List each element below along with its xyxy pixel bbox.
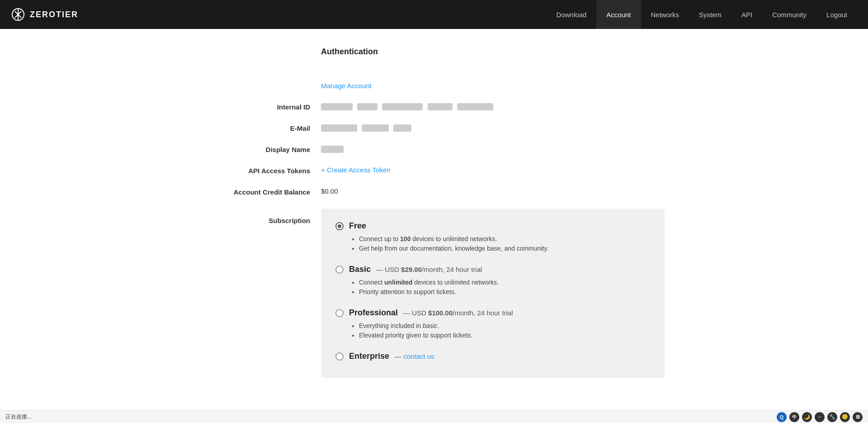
nav-link-download[interactable]: Download — [547, 0, 597, 29]
nav-links: Download Account Networks System API Com… — [547, 0, 857, 29]
subscription-professional-bullet-1: Everything included in basic. — [359, 322, 650, 329]
logo-icon — [11, 7, 25, 22]
subscription-option-free: Free Connect up to 100 devices to unlimi… — [335, 221, 650, 252]
logo: ZEROTIER — [11, 7, 547, 22]
email-blurred-2 — [362, 124, 389, 132]
subscription-professional-price: — USD $100.00/month, 24 hour trial — [403, 309, 513, 317]
internal-id-blurred-3 — [382, 103, 423, 110]
credit-balance-value: $0.00 — [321, 187, 665, 195]
nav-link-networks[interactable]: Networks — [641, 0, 689, 29]
logo-text: ZEROTIER — [30, 10, 78, 19]
subscription-free-radio[interactable] — [335, 222, 344, 230]
subscription-basic-bullet-2: Priority attention to support tickets. — [359, 288, 650, 295]
subscription-free-bullet-2: Get help from our documentation, knowled… — [359, 245, 650, 252]
internal-id-blurred-1 — [321, 103, 353, 110]
email-blurred-1 — [321, 124, 357, 132]
nav-link-api[interactable]: API — [731, 0, 762, 29]
internal-id-row: Internal ID — [203, 102, 665, 111]
display-name-blurred — [321, 146, 344, 153]
subscription-professional-radio[interactable] — [335, 309, 344, 317]
navbar: ZEROTIER Download Account Networks Syste… — [0, 0, 868, 29]
subscription-enterprise-radio[interactable] — [335, 352, 344, 361]
section-title: Authentication — [321, 47, 665, 69]
subscription-basic-radio[interactable] — [335, 266, 344, 274]
api-tokens-value: + Create Access Token — [321, 166, 665, 174]
email-value — [321, 124, 665, 132]
auth-section: Authentication Manage Account Internal I… — [185, 47, 683, 378]
subscription-professional-name: Professional — [349, 308, 398, 318]
main-content: Authentication Manage Account Internal I… — [0, 29, 868, 409]
create-access-token-link[interactable]: + Create Access Token — [321, 166, 391, 174]
subscription-option-professional: Professional — USD $100.00/month, 24 hou… — [335, 308, 650, 339]
subscription-basic-header: Basic — USD $29.00/month, 24 hour trial — [335, 265, 650, 274]
subscription-basic-name: Basic — [349, 265, 371, 274]
subscription-option-enterprise: Enterprise — contact us — [335, 352, 650, 361]
subscription-free-bullet-1: Connect up to 100 devices to unlimited n… — [359, 235, 650, 242]
subscription-professional-bullets: Everything included in basic. Elevated p… — [335, 322, 650, 339]
section-title-spacer — [203, 47, 321, 48]
subscription-option-basic: Basic — USD $29.00/month, 24 hour trial … — [335, 265, 650, 295]
subscription-value: Free Connect up to 100 devices to unlimi… — [321, 209, 665, 378]
email-blurred-3 — [393, 124, 411, 132]
subscription-professional-bullet-2: Elevated priority given to support ticke… — [359, 332, 650, 339]
subscription-basic-bullet-1: Connect unlimited devices to unlimited n… — [359, 279, 650, 286]
subscription-enterprise-name: Enterprise — [349, 352, 389, 361]
credit-balance-label: Account Credit Balance — [203, 187, 321, 196]
subscription-free-bullets: Connect up to 100 devices to unlimited n… — [335, 235, 650, 252]
email-row: E-Mail — [203, 124, 665, 132]
subscription-free-header: Free — [335, 221, 650, 231]
email-label: E-Mail — [203, 124, 321, 132]
internal-id-blurred-5 — [457, 103, 493, 110]
display-name-row: Display Name — [203, 145, 665, 153]
enterprise-contact-link[interactable]: contact us — [403, 352, 434, 360]
subscription-box: Free Connect up to 100 devices to unlimi… — [321, 209, 665, 378]
internal-id-blurred-4 — [428, 103, 453, 110]
internal-id-label: Internal ID — [203, 102, 321, 111]
manage-account-value: Manage Account — [321, 82, 665, 90]
subscription-basic-bullets: Connect unlimited devices to unlimited n… — [335, 279, 650, 295]
api-tokens-label: API Access Tokens — [203, 166, 321, 175]
nav-link-logout[interactable]: Logout — [816, 0, 857, 29]
subscription-enterprise-price: — contact us — [395, 352, 434, 360]
manage-account-spacer — [203, 82, 321, 83]
nav-link-system[interactable]: System — [689, 0, 731, 29]
internal-id-blurred-2 — [357, 103, 377, 110]
nav-link-community[interactable]: Community — [762, 0, 816, 29]
manage-account-row: Manage Account — [203, 82, 665, 90]
api-tokens-row: API Access Tokens + Create Access Token — [203, 166, 665, 175]
subscription-basic-price: — USD $29.00/month, 24 hour trial — [376, 266, 482, 273]
display-name-label: Display Name — [203, 145, 321, 153]
manage-account-link[interactable]: Manage Account — [321, 82, 372, 90]
subscription-professional-header: Professional — USD $100.00/month, 24 hou… — [335, 308, 650, 318]
internal-id-value — [321, 102, 665, 110]
subscription-enterprise-header: Enterprise — contact us — [335, 352, 650, 361]
credit-balance-row: Account Credit Balance $0.00 — [203, 187, 665, 196]
subscription-row: Subscription Free Connect up to 100 devi… — [203, 209, 665, 378]
subscription-label: Subscription — [203, 209, 321, 224]
nav-link-account[interactable]: Account — [596, 0, 641, 29]
display-name-value — [321, 145, 665, 153]
subscription-free-name: Free — [349, 221, 366, 231]
section-title-row: Authentication — [203, 47, 665, 69]
